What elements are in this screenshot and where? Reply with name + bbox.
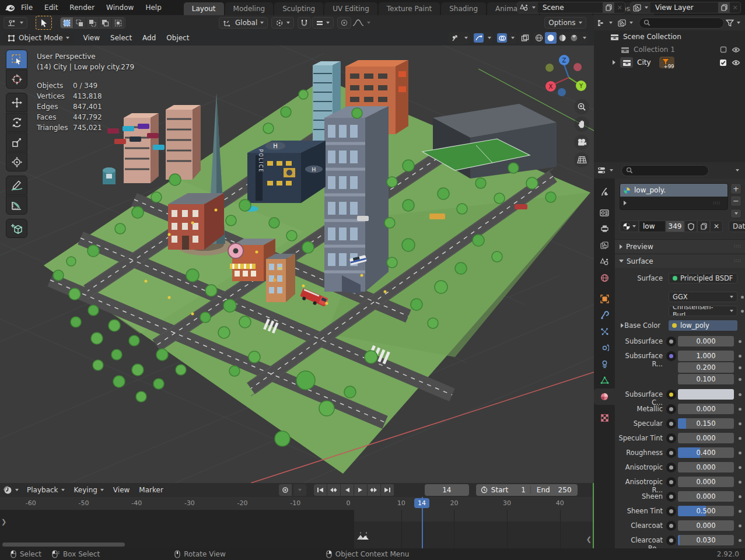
animate-dot[interactable] xyxy=(739,340,741,343)
vp-menu-object[interactable]: Object xyxy=(161,34,194,42)
value-slider[interactable]: 0.030 xyxy=(678,535,734,545)
value-slider[interactable]: 0.000 xyxy=(678,491,734,502)
camera-view-button[interactable] xyxy=(574,135,589,150)
hide-eye-icon[interactable] xyxy=(732,60,740,66)
properties-search-input[interactable] xyxy=(621,165,709,176)
animate-dot[interactable] xyxy=(739,393,741,396)
animate-dot[interactable] xyxy=(739,452,741,454)
navigation-axis-gizmo[interactable]: Z X Y xyxy=(543,51,595,104)
pivot-point-dropdown[interactable] xyxy=(271,17,294,29)
animate-dot[interactable] xyxy=(739,481,741,484)
panel-drag-grip[interactable]: ∷∷ xyxy=(734,244,741,249)
distribution-dropdown[interactable]: GGX xyxy=(669,292,737,302)
outliner-row-city[interactable]: City +99 xyxy=(594,56,745,69)
tool-transform[interactable] xyxy=(6,152,27,172)
vp-menu-select[interactable]: Select xyxy=(105,34,137,42)
tool-cursor[interactable] xyxy=(6,69,27,89)
fake-user-button[interactable] xyxy=(684,220,697,232)
snap-toggle[interactable] xyxy=(298,17,311,29)
input-socket-button[interactable] xyxy=(666,433,676,443)
base-color-texture-button[interactable]: low_poly xyxy=(669,320,737,331)
proportional-falloff-dropdown[interactable] xyxy=(352,19,370,27)
value-field[interactable]: 1.000 xyxy=(678,351,734,361)
active-tool-indicator[interactable] xyxy=(36,16,52,30)
timeline-scrollbar[interactable] xyxy=(2,542,125,547)
unlink-material-button[interactable]: ✕ xyxy=(710,220,723,232)
properties-options-chevron[interactable] xyxy=(736,169,739,172)
view-layer-icon[interactable] xyxy=(631,2,650,13)
tab-texture-paint[interactable]: Texture Paint xyxy=(379,2,440,15)
tab-constraints[interactable] xyxy=(594,356,615,372)
auto-keying-dropdown[interactable] xyxy=(293,484,307,496)
animate-dot[interactable] xyxy=(739,539,741,542)
end-frame-field[interactable]: End 250 xyxy=(531,486,578,494)
copy-material-button[interactable] xyxy=(697,220,710,232)
animate-dot[interactable] xyxy=(739,466,741,469)
scene-selector[interactable]: Scene ✕ xyxy=(517,2,625,13)
material-slot-selected[interactable]: low_poly. xyxy=(620,184,727,197)
link-mode-dropdown[interactable]: Data xyxy=(729,220,745,232)
timeline-editor[interactable]: ❯ ❮ -60-50-40-30-20-10010203040 14 Playb… xyxy=(0,483,594,548)
gizmos-toggle-dropdown[interactable] xyxy=(495,32,516,44)
value-slider[interactable]: 0.000 xyxy=(678,336,734,346)
color-swatch[interactable] xyxy=(678,389,734,400)
shading-material-icon[interactable] xyxy=(557,32,568,44)
surface-shader-button[interactable]: Principled BSDF xyxy=(669,273,737,284)
menu-window[interactable]: Window xyxy=(100,4,139,12)
outliner-editor-type-button[interactable] xyxy=(597,19,613,27)
tracks-collapse-arrow[interactable]: ❯ xyxy=(1,518,6,526)
input-socket-button[interactable] xyxy=(666,404,676,414)
tool-annotate[interactable] xyxy=(6,176,27,195)
vp-menu-view[interactable]: View xyxy=(78,34,105,42)
animate-dot[interactable] xyxy=(739,524,741,527)
value-slider[interactable]: 0.000 xyxy=(678,433,734,443)
shading-solid-icon[interactable] xyxy=(545,32,557,44)
input-socket-button[interactable] xyxy=(666,448,676,458)
slot-expand-icon[interactable] xyxy=(624,201,627,205)
jump-to-start-button[interactable] xyxy=(314,484,327,496)
pan-tool-button[interactable] xyxy=(574,117,589,132)
exclude-checkbox[interactable] xyxy=(720,46,727,53)
tool-scale[interactable] xyxy=(6,132,27,152)
snap-settings-dropdown[interactable] xyxy=(312,17,334,29)
jump-to-end-button[interactable] xyxy=(381,484,394,496)
input-socket-button[interactable] xyxy=(666,419,676,429)
play-button[interactable] xyxy=(354,484,368,496)
tab-layout[interactable]: Layout xyxy=(184,2,224,15)
animate-dot[interactable] xyxy=(739,422,741,425)
current-frame-badge[interactable]: 14 xyxy=(414,498,429,508)
editor-type-button[interactable] xyxy=(4,17,27,29)
animate-dot[interactable] xyxy=(739,510,741,513)
tab-render[interactable] xyxy=(594,204,615,220)
toggle-perspective-button[interactable] xyxy=(574,152,589,167)
tl-view-menu[interactable]: View xyxy=(109,486,134,494)
menu-render[interactable]: Render xyxy=(64,4,100,12)
blender-logo-icon[interactable] xyxy=(5,4,15,12)
list-resize-grip[interactable]: ∷∷ xyxy=(713,201,720,206)
menu-edit[interactable]: Edit xyxy=(39,4,64,12)
tab-texture[interactable] xyxy=(594,410,615,426)
input-socket-button[interactable] xyxy=(666,337,676,346)
browse-material-button[interactable] xyxy=(620,220,639,232)
tool-add-primitive[interactable] xyxy=(6,219,27,238)
material-slot-list[interactable]: low_poly. ∷∷ xyxy=(620,183,728,210)
current-frame-field[interactable]: 14 xyxy=(425,484,469,496)
value-slider[interactable]: 0.000 xyxy=(678,404,734,414)
material-specials-dropdown[interactable] xyxy=(730,209,741,218)
select-mode-extend[interactable] xyxy=(74,18,86,28)
animate-dot[interactable] xyxy=(739,408,741,411)
play-reverse-button[interactable] xyxy=(341,484,354,496)
select-mode-subtract[interactable] xyxy=(86,18,99,28)
add-material-slot-button[interactable]: + xyxy=(730,183,741,194)
select-mode-intersect[interactable] xyxy=(112,18,125,28)
outliner-row-collection-1[interactable]: Collection 1 xyxy=(594,43,745,56)
input-socket-button[interactable] xyxy=(666,477,676,487)
users-count-button[interactable]: 349 xyxy=(666,220,684,232)
toggle-xray-button[interactable] xyxy=(519,32,531,44)
outliner-display-mode-button[interactable] xyxy=(618,19,633,27)
tab-particles[interactable] xyxy=(594,323,615,340)
value-slider[interactable]: 0.150 xyxy=(678,418,734,429)
scene-unlink-button[interactable]: ✕ xyxy=(614,4,625,12)
tab-object-data[interactable] xyxy=(594,372,615,388)
shading-rendered-icon[interactable] xyxy=(568,32,580,44)
